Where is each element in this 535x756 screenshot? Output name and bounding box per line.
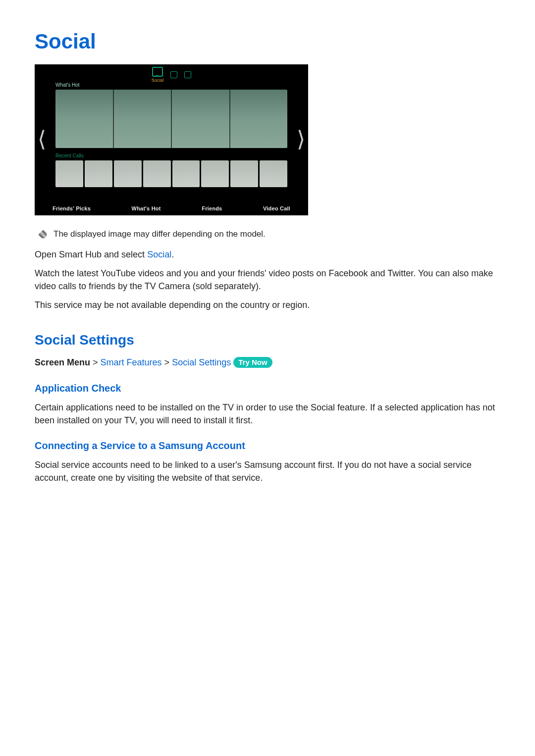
menu-path: Screen Menu > Smart Features > Social Se… [35,357,500,368]
connect-service-paragraph: Social service accounts need to be linke… [35,458,500,484]
chevron-left-icon[interactable]: ⟨ [38,128,46,150]
recent-calls-row [55,160,287,187]
tab-friends-picks[interactable]: Friends' Picks [53,205,91,211]
tv-bottom-tabs: Friends' Picks What's Hot Friends Video … [53,205,290,211]
pencil-icon [38,230,48,240]
open-smart-hub-line: Open Smart Hub and select Social. [35,248,500,261]
try-now-badge[interactable]: Try Now [233,357,272,368]
application-check-heading: Application Check [35,383,500,394]
tv-screenshot: Social ⟨ ⟩ What's Hot Recent Calls Frien… [35,64,308,215]
social-settings-link[interactable]: Social Settings [172,357,231,367]
image-note-text: The displayed image may differ depending… [54,229,266,239]
connect-service-heading: Connecting a Service to a Samsung Accoun… [35,440,500,452]
tv-top-icon-row: Social [35,67,308,82]
tab-video-call[interactable]: Video Call [263,205,290,211]
hubicon-2 [184,71,191,78]
tv-content-area: What's Hot Recent Calls [55,82,287,198]
social-settings-heading: Social Settings [35,332,500,348]
watch-paragraph: Watch the latest YouTube videos and you … [35,267,500,293]
page-title: Social [35,30,500,53]
application-check-paragraph: Certain applications need to be installe… [35,401,500,427]
smart-features-link[interactable]: Smart Features [101,357,162,367]
image-note: The displayed image may differ depending… [40,229,500,239]
whats-hot-label: What's Hot [55,82,287,88]
whats-hot-row [55,90,287,148]
tab-friends[interactable]: Friends [202,205,222,211]
page: Social Social ⟨ ⟩ What's Hot Recent Call… [0,0,535,540]
availability-paragraph: This service may be not available depend… [35,299,500,311]
chevron-right-icon[interactable]: ⟩ [297,128,305,150]
social-link[interactable]: Social [147,250,171,259]
hubicon-1 [170,71,177,78]
recent-calls-label: Recent Calls [55,153,287,158]
social-hub-icon: Social [152,67,164,83]
tab-whats-hot[interactable]: What's Hot [132,205,161,211]
